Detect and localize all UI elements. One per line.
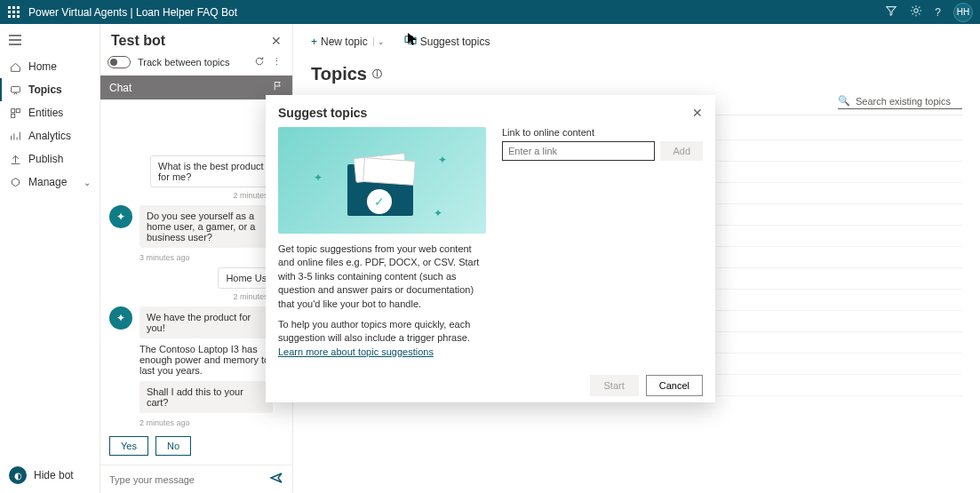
start-button[interactable]: Start — [590, 375, 639, 396]
modal-overlay: Suggest topics ✕ ✓ ✦ ✦ ✦ Link to online … — [0, 0, 980, 493]
modal-illustration: ✓ ✦ ✦ ✦ — [278, 127, 486, 234]
add-button[interactable]: Add — [660, 141, 703, 161]
close-icon[interactable]: ✕ — [692, 106, 703, 120]
link-input[interactable] — [502, 141, 655, 161]
learn-more-link[interactable]: Learn more about topic suggestions — [278, 346, 434, 357]
suggest-topics-modal: Suggest topics ✕ ✓ ✦ ✦ ✦ Link to online … — [266, 95, 715, 402]
mouse-cursor — [408, 33, 418, 50]
modal-description-1: Get topic suggestions from your web cont… — [278, 243, 486, 311]
cancel-button[interactable]: Cancel — [646, 375, 703, 396]
link-label: Link to online content — [502, 127, 703, 138]
modal-description-2: To help you author topics more quickly, … — [278, 318, 486, 359]
check-icon: ✓ — [367, 189, 392, 214]
modal-title: Suggest topics — [278, 106, 367, 120]
